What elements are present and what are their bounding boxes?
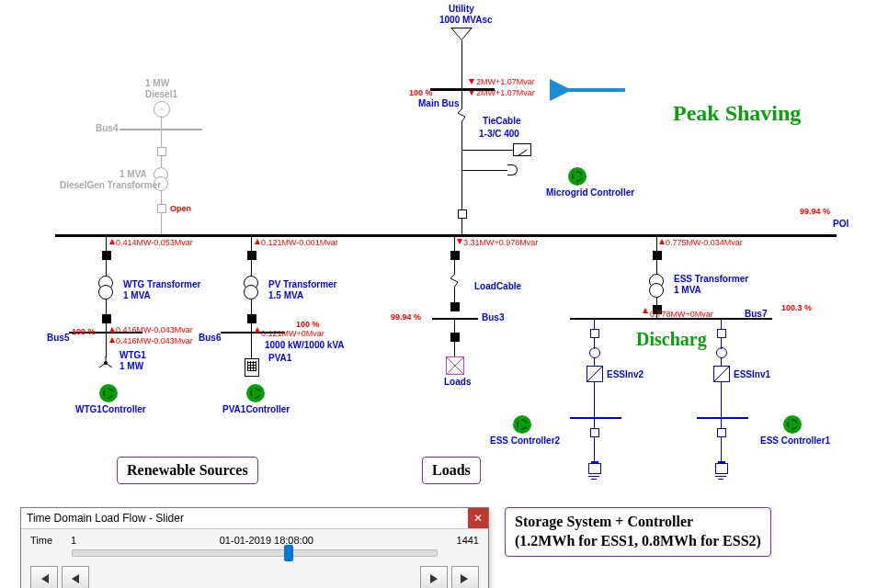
wire	[454, 260, 455, 275]
bus4-name: Bus4	[96, 123, 118, 133]
wtg-icon	[99, 356, 112, 369]
switch-circle	[589, 347, 600, 358]
breaker-icon	[450, 251, 460, 260]
diesel-tx-mva: 1 MVA	[120, 169, 147, 179]
ground-icon	[715, 476, 726, 483]
diesel-gen-icon: ~	[154, 101, 170, 118]
breaker-open: Open	[170, 204, 191, 213]
load-name: Loads	[444, 377, 471, 387]
anno-renew-box: Renewable Sources	[117, 457, 258, 484]
pva-icon	[245, 358, 259, 377]
svg-line-4	[106, 363, 112, 368]
pva-name: PVA1	[268, 353, 291, 363]
bus6-name: Bus6	[199, 333, 221, 343]
mainbus-flow-up: 2MW+1.07Mvar	[476, 77, 535, 86]
breaker-icon	[717, 428, 726, 437]
bus6-v: 100 %	[296, 320, 320, 329]
pv-tx-name: PV Transformer	[268, 279, 336, 289]
poi-bus-bar	[55, 234, 837, 237]
wire	[106, 237, 107, 251]
wtg-tx-mva: 1 MVA	[123, 290, 151, 300]
prev-button[interactable]	[62, 566, 89, 588]
slider-stamp: 01-01-2019 18:08:00	[80, 535, 452, 546]
flow-arrow	[109, 337, 115, 343]
diesel-rating: 1 MW	[145, 78, 169, 88]
wire	[454, 237, 455, 251]
wire	[721, 382, 722, 417]
open-breaker-icon	[157, 204, 166, 213]
controller-icon	[246, 384, 265, 402]
breaker-icon	[247, 314, 256, 323]
wtg-controller: WTG1Controller	[75, 404, 146, 414]
flow-arrow	[659, 239, 665, 244]
close-button[interactable]: ✕	[468, 508, 488, 528]
breaker-icon	[590, 428, 599, 437]
controller-icon	[513, 415, 531, 434]
bus7-name: Bus7	[745, 309, 767, 319]
breaker-icon	[450, 333, 460, 342]
wire	[461, 150, 513, 151]
next-button[interactable]	[420, 566, 448, 588]
utility-sc: 1000 MVAsc	[439, 15, 493, 25]
battery-icon	[588, 463, 601, 474]
wire	[461, 170, 507, 171]
anno-storage-box: Storage System + Controller (1.2MWh for …	[505, 507, 771, 557]
panel-title: Time Domain Load Flow - Slider	[21, 508, 488, 529]
bus5-v: 100 %	[72, 327, 96, 336]
slider-thumb[interactable]	[284, 545, 293, 561]
controller-icon	[568, 167, 587, 186]
poi-feed-bus3: 3.31MW+0.978Mvar	[463, 238, 538, 247]
anno-loads-box: Loads	[422, 457, 481, 484]
flow-arrow	[255, 239, 260, 244]
loadcable-name: LoadCable	[474, 281, 521, 291]
switch-icon	[507, 164, 518, 175]
wire	[251, 260, 252, 277]
inverter-icon	[587, 366, 603, 382]
breaker-icon	[157, 147, 166, 156]
peak-arrow	[561, 81, 625, 101]
wire	[106, 260, 107, 277]
ess-tx-mva: 1 MVA	[674, 285, 701, 295]
mainbus-name: Main Bus	[418, 98, 459, 108]
time-slider[interactable]	[72, 549, 438, 557]
wire	[161, 130, 162, 149]
breaker-icon	[653, 251, 662, 260]
anno-peak: Peak Shaving	[673, 101, 801, 126]
bus7-bar	[570, 318, 772, 320]
bus3-v: 99.94 %	[391, 312, 421, 322]
flow-arrow	[457, 239, 462, 244]
battery-icon	[715, 463, 728, 474]
wtg-tx-name: WTG Transformer	[123, 279, 200, 289]
essinv1-name: ESSInv1	[734, 369, 770, 379]
wire	[161, 156, 162, 167]
pv-flow: 0.121MW+0Mvar	[261, 329, 325, 338]
wire	[251, 237, 252, 251]
wire	[251, 334, 252, 359]
wtg-name: WTG1	[120, 350, 146, 360]
diesel-name: Diesel1	[145, 89, 177, 99]
breaker-icon	[458, 209, 467, 219]
wire-utility	[461, 40, 462, 88]
bus3-bar	[432, 318, 478, 320]
first-button[interactable]	[30, 566, 58, 588]
anno-storage-line1: Storage System + Controller	[515, 514, 693, 529]
tiecable-type: 1-3/C 400	[479, 129, 519, 139]
breaker-icon	[590, 329, 599, 338]
pva-rating: 1000 kW/1000 kVA	[265, 340, 345, 350]
wire	[721, 419, 722, 463]
svg-line-3	[99, 363, 106, 368]
meter-icon	[513, 143, 531, 156]
wire	[594, 419, 595, 463]
poi-voltage: 99.94 %	[800, 207, 830, 216]
time-slider-panel: Time Domain Load Flow - Slider ✕ Time 1 …	[20, 507, 489, 588]
breaker-icon	[717, 329, 726, 338]
last-button[interactable]	[451, 566, 479, 588]
wire	[461, 122, 462, 150]
breaker-icon	[102, 314, 111, 323]
time-label: Time	[30, 535, 67, 546]
anno-discharge: Discharg	[636, 329, 707, 350]
pva-controller: PVA1Controller	[222, 404, 290, 414]
main-bus-bar	[430, 88, 495, 91]
diesel-tx-name: DieselGen Transformer	[60, 180, 161, 190]
wire	[461, 91, 462, 109]
